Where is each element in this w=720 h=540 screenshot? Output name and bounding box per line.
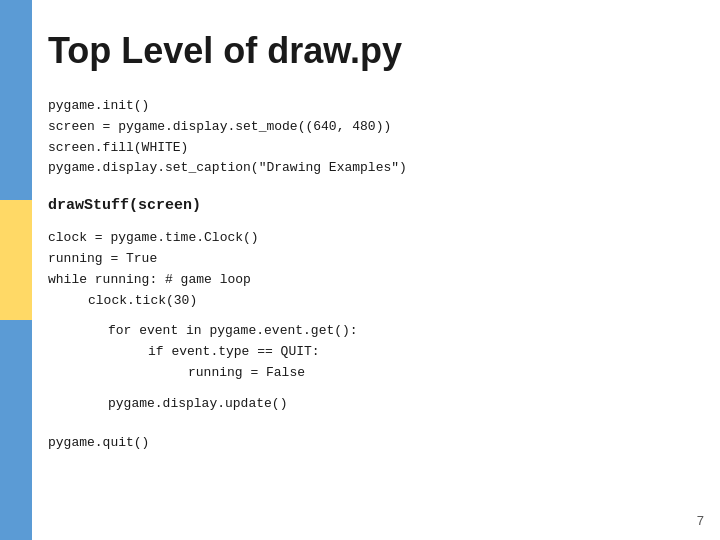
while-line: while running: # game loop — [48, 270, 700, 291]
quit-line: pygame.quit() — [48, 433, 700, 454]
draw-stuff-label: drawStuff(screen) — [48, 197, 700, 214]
slide-title: Top Level of draw.py — [48, 30, 700, 72]
slide-content: Top Level of draw.py pygame.init() scree… — [48, 30, 700, 520]
clock-line: clock = pygame.time.Clock() — [48, 228, 700, 249]
left-bar-bottom — [0, 320, 32, 540]
page-number: 7 — [697, 513, 704, 528]
quit-code-block: pygame.quit() — [48, 433, 700, 454]
display-update-line: pygame.display.update() — [108, 394, 700, 415]
event-code-block: for event in pygame.event.get(): if even… — [48, 321, 700, 383]
game-loop-code-block: clock = pygame.time.Clock() running = Tr… — [48, 228, 700, 311]
code-line-4: pygame.display.set_caption("Drawing Exam… — [48, 158, 700, 179]
init-code-block: pygame.init() screen = pygame.display.se… — [48, 96, 700, 179]
code-line-1: pygame.init() — [48, 96, 700, 117]
for-event-line: for event in pygame.event.get(): — [108, 321, 700, 342]
running-line: running = True — [48, 249, 700, 270]
display-update-block: pygame.display.update() — [48, 394, 700, 415]
clock-tick-line: clock.tick(30) — [48, 291, 700, 312]
running-false-line: running = False — [108, 363, 700, 384]
if-type-line: if event.type == QUIT: — [108, 342, 700, 363]
left-bar-middle — [0, 200, 32, 320]
code-line-2: screen = pygame.display.set_mode((640, 4… — [48, 117, 700, 138]
left-bar-top — [0, 0, 32, 200]
code-line-3: screen.fill(WHITE) — [48, 138, 700, 159]
